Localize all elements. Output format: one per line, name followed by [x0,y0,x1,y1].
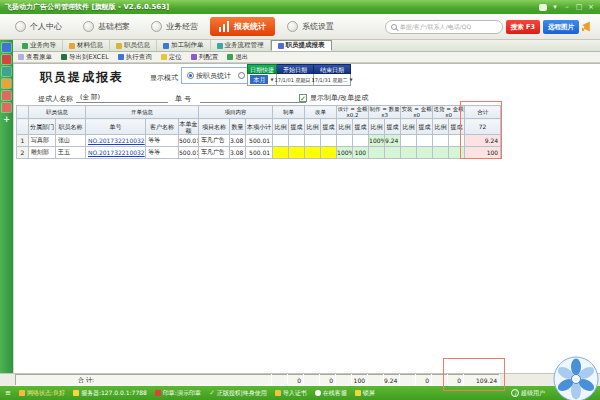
cell-order-number[interactable]: NO.201732210032 [86,147,146,159]
summary-zhidan-commission: 0 [288,375,304,386]
table-holder: 职员信息开单信息项目内容制单改单设计 = 金额x0.2制作 = 数量x3安装 =… [16,105,501,159]
cell-project-name[interactable]: 车凡广告 [199,135,230,147]
cell-delivery-ratio[interactable] [433,135,449,147]
cell-order-number[interactable]: NO.201732210032 [86,135,146,147]
cell-make-commission[interactable] [385,147,401,159]
minimize-button[interactable]: – [563,2,571,12]
nav-item-3[interactable]: 报表统计 [210,17,275,36]
status-item-label: 导入证书 [283,389,307,398]
col-header-delivery-ratio: 比例 [433,119,449,135]
dropdown-icon[interactable]: ▾ [551,2,559,12]
cell-employee-name[interactable]: 张山 [56,135,86,147]
show-commission-checkbox[interactable]: ✓ 显示制单/改单提成 [299,93,368,103]
shortcut-blue-icon[interactable] [2,43,11,52]
cell-gaidan-ratio[interactable] [305,135,321,147]
cell-delivery-ratio[interactable] [433,147,449,159]
cell-order-amount[interactable]: 500.01 [179,135,199,147]
tab-label: 职员信息 [124,41,150,50]
add-shortcut-icon[interactable]: + [2,115,11,124]
cell-zhidan-ratio[interactable] [273,147,289,159]
cell-gaidan-commission[interactable] [321,135,337,147]
shortcut-teal-icon[interactable] [2,67,11,76]
cell-zhidan-ratio[interactable] [273,135,289,147]
date-bar: 日期快捷 本月 ▼ 开始日期 17/1/01 星期日 ▼ 结束日期 17/1/3… [247,64,351,86]
cell-design-ratio[interactable] [337,135,353,147]
toolbar-button-5[interactable]: 退出 [227,53,248,62]
toolbar-button-3[interactable]: 定位 [161,53,182,62]
cell-zhidan-commission[interactable] [289,147,305,159]
cell-row-index[interactable]: 1 [17,135,29,147]
cell-customer-name[interactable]: 等等 [146,135,179,147]
order-number-input[interactable] [200,91,306,103]
cell-design-commission[interactable]: 100 [353,147,369,159]
cell-project-name[interactable]: 车凡广告 [199,147,230,159]
tab-4[interactable]: 业务流程管理 [211,40,271,51]
cell-department[interactable]: 雕刻部 [29,147,56,159]
cell-design-commission[interactable] [353,135,369,147]
locate-icon [161,54,167,60]
tab-1[interactable]: 材料信息 [63,40,110,51]
cell-design-ratio[interactable]: 100% [337,147,353,159]
toolbar-button-4[interactable]: 列配置 [191,53,219,62]
cell-install-ratio[interactable] [401,147,417,159]
radio-by-employee[interactable]: 按职员统计 [187,71,231,81]
close-button[interactable]: × [587,2,595,12]
status-item-online-service[interactable]: 在线客服 [315,389,347,398]
theme-button[interactable] [539,4,547,11]
tab-5[interactable]: 职员提成报表 [271,40,332,51]
cell-order-amount[interactable]: 500.01 [179,147,199,159]
cell-quantity[interactable]: 3.08 [230,135,246,147]
tab-label: 加工制作单 [171,41,204,50]
status-item-server: 服务器:127.0.0.1:7788 [73,389,147,398]
cell-make-commission[interactable]: 9.24 [385,135,401,147]
start-date-select[interactable]: 17/1/01 星期日 ▼ [277,74,314,86]
nav-bar-items: 个人中心基础档案业务经营报表统计系统设置 [6,17,343,36]
toolbar-button-label: 执行查询 [126,53,152,62]
toolbar-button-0[interactable]: 查看原单 [18,53,52,62]
cell-install-commission[interactable] [417,147,433,159]
col-header-quantity: 数量 [230,119,246,135]
cell-item-subtotal[interactable]: 500.01 [246,135,273,147]
date-quick-select[interactable]: 本月 ▼ [247,74,277,86]
cell-install-commission[interactable] [417,135,433,147]
cell-department[interactable]: 写真部 [29,135,56,147]
nav-item-1[interactable]: 基础档案 [74,17,139,36]
nav-item-0[interactable]: 个人中心 [6,17,71,36]
search-button[interactable]: 搜索 F3 [506,20,540,34]
announcement-icon[interactable] [582,21,594,32]
toolbar-button-2[interactable]: 执行查询 [118,53,152,62]
cell-employee-name[interactable]: 王五 [56,147,86,159]
nav-item-2[interactable]: 业务经营 [142,17,207,36]
cell-row-index[interactable]: 2 [17,147,29,159]
info-icon: i [511,389,519,397]
col-header-install-ratio: 比例 [401,119,417,135]
remote-image-button[interactable]: 远程图片 [543,20,579,34]
commission-report-icon [278,43,284,49]
shortcut-orange-icon[interactable] [2,79,11,88]
nav-item-4[interactable]: 系统设置 [278,17,343,36]
cell-gaidan-ratio[interactable] [305,147,321,159]
cell-gaidan-commission[interactable] [321,147,337,159]
status-item-import-cert[interactable]: 导入证书 [275,389,307,398]
cell-make-ratio[interactable] [369,147,385,159]
toolbar-button-1[interactable]: 导出到EXCEL [61,53,109,62]
search-input[interactable] [400,23,496,30]
shortcut-red3-icon[interactable] [2,103,11,112]
shortcut-red2-icon[interactable] [2,91,11,100]
status-item-lock-screen[interactable]: 锁屏 [355,389,375,398]
tab-3[interactable]: 加工制作单 [157,40,211,51]
cell-quantity[interactable]: 3.08 [230,147,246,159]
commission-person-input[interactable]: (全 部) [76,91,168,103]
shortcut-red-icon[interactable] [2,55,11,64]
cell-item-subtotal[interactable]: 500.01 [246,147,273,159]
cell-make-ratio[interactable]: 100% [369,135,385,147]
end-date-select[interactable]: 17/1/31 星期二 ▼ [314,74,351,86]
cell-zhidan-commission[interactable] [289,135,305,147]
tab-0[interactable]: 业务向导 [16,40,63,51]
maximize-button[interactable]: □ [575,2,583,12]
cell-install-ratio[interactable] [401,135,417,147]
column-group-header: 设计 = 金额x0.2 [337,106,369,119]
tab-2[interactable]: 职员信息 [110,40,157,51]
status-item-menu[interactable]: ≡ [5,390,11,397]
cell-customer-name[interactable]: 等等 [146,147,179,159]
